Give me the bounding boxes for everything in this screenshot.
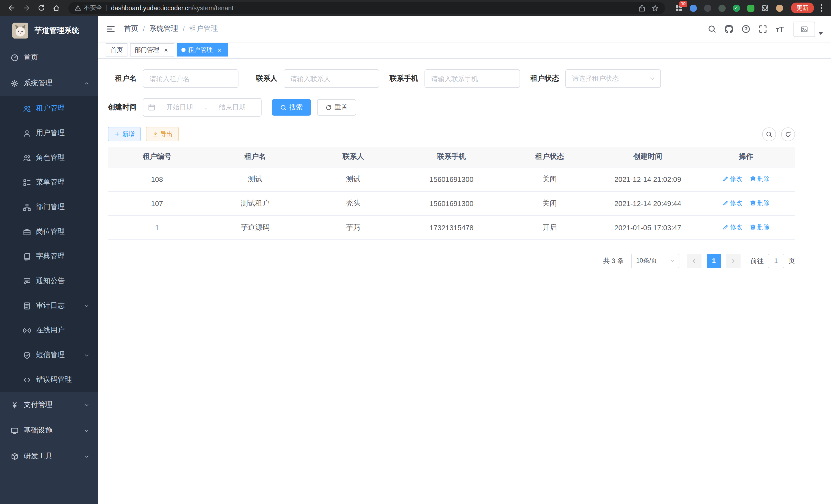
- font-size-icon[interactable]: TT: [771, 16, 789, 41]
- extension-4-icon[interactable]: [717, 4, 726, 12]
- add-button-label: 新增: [122, 130, 135, 139]
- broken-image-icon: [801, 26, 808, 33]
- tab-tenant[interactable]: 租户管理×: [177, 43, 228, 57]
- page-size-select[interactable]: 10条/页: [631, 254, 679, 268]
- browser-profile-avatar[interactable]: [775, 4, 784, 12]
- next-page-button[interactable]: [726, 254, 741, 268]
- extensions-puzzle-icon[interactable]: [761, 4, 769, 12]
- sidebar-item-role[interactable]: 角色管理: [0, 145, 98, 170]
- browser-menu-icon[interactable]: [816, 3, 826, 13]
- delete-button[interactable]: 删除: [749, 223, 770, 232]
- arrow-down-icon: [84, 402, 89, 408]
- sidebar-item-notice[interactable]: 通知公告: [0, 269, 98, 293]
- search-button[interactable]: 搜索: [272, 99, 311, 116]
- filter-group-tenant-status: 租户状态请选择租户状态: [531, 69, 661, 88]
- cell-created: 2021-12-14 21:02:09: [599, 167, 697, 191]
- tab-close-icon[interactable]: ×: [163, 46, 170, 53]
- arrow-up-icon: [84, 80, 89, 86]
- sidebar-item-post[interactable]: 岗位管理: [0, 219, 98, 244]
- user-avatar[interactable]: [794, 16, 823, 41]
- peoples-icon: [23, 154, 31, 161]
- extension-2-icon[interactable]: [689, 4, 697, 12]
- breadcrumb-item-1[interactable]: 系统管理: [149, 24, 178, 33]
- fullscreen-icon[interactable]: [754, 16, 771, 41]
- prev-page-button[interactable]: [687, 254, 701, 268]
- page-number-button[interactable]: 1: [707, 254, 721, 268]
- help-icon[interactable]: [738, 16, 754, 41]
- column-header-3: 联系手机: [402, 147, 500, 167]
- cell-contact: 芋艿: [304, 215, 402, 239]
- goto-page-input[interactable]: [768, 254, 784, 268]
- sidebar-item-home[interactable]: 首页: [0, 45, 98, 70]
- tab-dept[interactable]: 部门管理×: [130, 43, 174, 57]
- cell-id: 1: [108, 215, 206, 239]
- browser-home-icon[interactable]: [49, 1, 63, 15]
- bookmark-star-icon[interactable]: [652, 4, 659, 11]
- tenant-status-select[interactable]: 请选择租户状态: [565, 69, 661, 88]
- delete-button[interactable]: 删除: [749, 199, 770, 208]
- sidebar-toggle-icon[interactable]: [106, 24, 116, 34]
- cell-id: 108: [108, 167, 206, 191]
- sidebar-item-dict[interactable]: 字典管理: [0, 244, 98, 269]
- goto-label: 前往: [750, 256, 764, 265]
- filter-label-contact-phone: 联系手机: [390, 74, 418, 83]
- export-button[interactable]: 导出: [146, 127, 179, 141]
- add-button[interactable]: 新增: [108, 127, 141, 141]
- sidebar-item-label: 系统管理: [24, 79, 52, 88]
- browser-update-button[interactable]: 更新: [791, 3, 814, 13]
- logo-image: [12, 22, 28, 38]
- app-logo[interactable]: 芋道管理系统: [0, 16, 98, 45]
- extension-5-icon[interactable]: ✓: [732, 4, 741, 12]
- cell-phone: 15601691300: [402, 167, 500, 191]
- browser-reload-icon[interactable]: [34, 1, 48, 15]
- sidebar-item-audit-log[interactable]: 审计日志: [0, 293, 98, 318]
- tab-home[interactable]: 首页: [106, 43, 127, 57]
- contact-phone-input[interactable]: [425, 69, 520, 88]
- sidebar-item-sms[interactable]: 短信管理: [0, 343, 98, 367]
- sidebar-item-pay[interactable]: 支付管理: [0, 392, 98, 418]
- extension-6-icon[interactable]: [746, 4, 755, 12]
- refresh-table-button[interactable]: [781, 127, 795, 141]
- toggle-search-button[interactable]: [762, 127, 776, 141]
- column-header-1: 租户名: [206, 147, 304, 167]
- column-header-5: 创建时间: [599, 147, 697, 167]
- pagination: 共 3 条 10条/页 1 前往 页: [108, 254, 795, 268]
- tenant-name-input[interactable]: [143, 69, 238, 88]
- sidebar-item-dept[interactable]: 部门管理: [0, 195, 98, 219]
- sidebar-item-user[interactable]: 用户管理: [0, 121, 98, 145]
- browser-forward-icon[interactable]: [20, 1, 33, 15]
- avatar-image-placeholder: [794, 22, 815, 37]
- contact-name-input[interactable]: [284, 69, 379, 88]
- cell-created: 2021-01-05 17:03:47: [599, 215, 697, 239]
- chevron-down-icon: [670, 258, 675, 264]
- browser-back-icon[interactable]: [5, 1, 19, 15]
- sidebar-item-tenant[interactable]: 租户管理: [0, 96, 98, 121]
- sidebar-item-dev-tools[interactable]: 研发工具: [0, 443, 98, 469]
- edit-button[interactable]: 修改: [722, 175, 742, 183]
- cell-status: 开启: [500, 215, 599, 239]
- sidebar-item-error-code[interactable]: 错误码管理: [0, 367, 98, 392]
- edit-button[interactable]: 修改: [722, 199, 742, 208]
- create-time-range-picker[interactable]: 开始日期 - 结束日期: [143, 98, 262, 117]
- site-security-chip[interactable]: 不安全: [75, 4, 102, 12]
- tags-view: 首页部门管理×租户管理×: [98, 41, 831, 59]
- sidebar-item-menu[interactable]: 菜单管理: [0, 170, 98, 195]
- delete-button[interactable]: 删除: [749, 175, 770, 183]
- user-icon: [23, 129, 31, 137]
- edit-button[interactable]: 修改: [722, 223, 742, 232]
- sidebar-item-infra[interactable]: 基础设施: [0, 418, 98, 443]
- share-icon[interactable]: [638, 4, 646, 11]
- extension-3-icon[interactable]: [703, 4, 712, 12]
- sidebar-item-system[interactable]: 系统管理: [0, 70, 98, 96]
- sidebar-item-online-user[interactable]: 在线用户: [0, 318, 98, 343]
- header-search-icon[interactable]: [704, 16, 720, 41]
- breadcrumb-item-0[interactable]: 首页: [124, 24, 138, 33]
- reset-button[interactable]: 重置: [317, 99, 356, 116]
- extension-1-icon[interactable]: 10: [674, 4, 683, 12]
- blue-dot-icon: [689, 4, 697, 11]
- github-icon[interactable]: [720, 16, 738, 41]
- caret-down-icon: [819, 32, 823, 35]
- address-bar[interactable]: 不安全 dashboard.yudao.iocoder.cn/system/te…: [68, 2, 665, 14]
- tab-close-icon[interactable]: ×: [216, 46, 223, 53]
- browser-toolbar: 不安全 dashboard.yudao.iocoder.cn/system/te…: [0, 0, 831, 16]
